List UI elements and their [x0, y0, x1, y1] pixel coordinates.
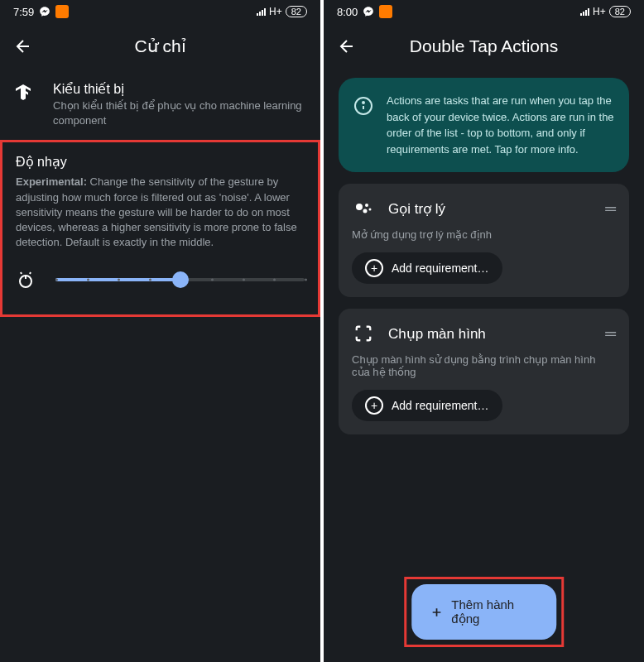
slider-thumb[interactable] [172, 271, 189, 288]
sensitivity-slider[interactable] [55, 271, 305, 288]
add-action-fab[interactable]: Thêm hành động [411, 584, 557, 640]
assistant-icon [352, 197, 375, 220]
status-time: 7:59 [13, 6, 34, 18]
svg-point-3 [363, 102, 364, 103]
device-type-setting[interactable]: Kiểu thiết bị Chọn kiểu thiết bị để phục… [0, 70, 320, 140]
info-icon [353, 96, 373, 116]
fullscreen-icon [352, 322, 375, 345]
signal-icon [257, 8, 266, 16]
sensitivity-section-highlight: Độ nhạy Experimental: Change the sensiti… [0, 140, 320, 317]
action-desc: Mở ứng dụng trợ lý mặc định [352, 228, 616, 241]
battery-level: 82 [286, 6, 307, 17]
sensitivity-desc: Experimental: Change the sensitivity of … [16, 175, 305, 250]
signal-icon [580, 8, 589, 16]
header: Double Tap Actions [324, 23, 644, 70]
add-requirement-button[interactable]: + Add requirement… [352, 252, 502, 284]
action-card-screenshot[interactable]: Chụp màn hình ═ Chụp màn hình sử dụng bằ… [339, 309, 629, 434]
fab-highlight: Thêm hành động [404, 577, 565, 647]
plus-icon [430, 605, 444, 620]
svg-point-6 [363, 209, 368, 213]
messenger-icon [363, 6, 374, 17]
tensorflow-icon [13, 83, 33, 103]
network-type: H+ [593, 6, 606, 17]
back-button[interactable] [337, 36, 357, 56]
back-button[interactable] [13, 36, 33, 56]
device-type-title: Kiểu thiết bị [53, 81, 307, 97]
page-title: Cử chỉ [13, 36, 307, 56]
add-requirement-button[interactable]: + Add requirement… [352, 390, 502, 421]
status-bar: 7:59 H+ 82 [0, 0, 320, 23]
header: Cử chỉ [0, 23, 320, 70]
drag-handle-icon[interactable]: ═ [605, 200, 616, 218]
action-card-assistant[interactable]: Gọi trợ lý ═ Mở ứng dụng trợ lý mặc định… [339, 184, 629, 297]
sensitivity-title: Độ nhạy [16, 154, 305, 170]
phone-right: 8:00 H+ 82 Double Tap Actions Actions ar… [324, 0, 644, 662]
info-card[interactable]: Actions are tasks that are run when you … [339, 78, 629, 172]
sensitivity-icon [16, 270, 36, 290]
svg-point-7 [369, 209, 372, 211]
phone-left: 7:59 H+ 82 Cử chỉ Kiểu thiết bị Chọn kiể… [0, 0, 320, 662]
page-title: Double Tap Actions [337, 36, 631, 56]
action-title: Chụp màn hình [388, 325, 592, 343]
status-time: 8:00 [337, 6, 358, 18]
plus-circle-icon: + [365, 396, 383, 415]
info-text: Actions are tasks that are run when you … [387, 93, 614, 157]
app-icon [55, 5, 69, 18]
plus-circle-icon: + [365, 259, 383, 277]
drag-handle-icon[interactable]: ═ [605, 325, 616, 343]
battery-level: 82 [609, 6, 631, 17]
app-icon [379, 5, 392, 18]
svg-point-4 [356, 204, 363, 210]
action-title: Gọi trợ lý [388, 200, 592, 218]
status-bar: 8:00 H+ 82 [324, 0, 644, 23]
network-type: H+ [269, 6, 282, 17]
svg-point-5 [365, 204, 368, 207]
action-desc: Chụp màn hình sử dụng bằng trình chụp mà… [352, 353, 616, 378]
device-type-desc: Chọn kiểu thiết bị để phục vụ cho machin… [53, 98, 307, 128]
messenger-icon [39, 6, 50, 17]
